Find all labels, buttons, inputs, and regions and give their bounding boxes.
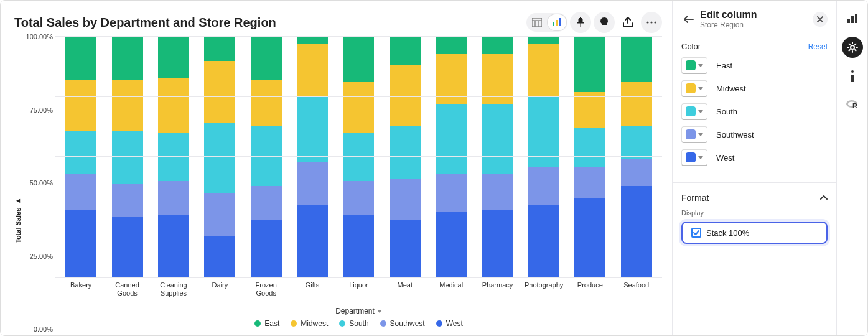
- bar-column[interactable]: [343, 37, 374, 278]
- color-picker[interactable]: [681, 80, 707, 97]
- back-button[interactable]: [681, 12, 696, 27]
- color-row: Midwest: [681, 80, 828, 97]
- bar-segment: [158, 37, 189, 78]
- insight-button[interactable]: [594, 12, 615, 33]
- bar-segment: [343, 133, 374, 181]
- bar-segment: [204, 61, 235, 123]
- y-tick: 100.00%: [26, 33, 53, 40]
- legend-swatch: [291, 320, 297, 327]
- bar-segment: [204, 236, 235, 278]
- bar-column[interactable]: [65, 37, 96, 278]
- panel-subtitle: Store Region: [700, 21, 813, 29]
- bar-segment: [436, 37, 467, 54]
- color-swatch: [686, 106, 696, 116]
- chevron-down-icon: [377, 310, 382, 313]
- bar-column[interactable]: [251, 37, 282, 278]
- grid-line: [55, 277, 662, 278]
- color-row: West: [681, 149, 828, 166]
- legend-item[interactable]: Southwest: [380, 319, 425, 328]
- svg-rect-6: [559, 18, 561, 26]
- main-panel: Total Sales by Department and Store Regi…: [1, 1, 672, 335]
- bar-column[interactable]: [574, 37, 605, 278]
- y-tick: 50.00%: [30, 179, 53, 187]
- format-header[interactable]: Format: [681, 183, 828, 203]
- bar-segment: [528, 44, 559, 97]
- bar-column[interactable]: [112, 37, 143, 278]
- x-axis-label[interactable]: Department: [55, 298, 662, 319]
- color-row: Southwest: [681, 126, 828, 143]
- svg-rect-10: [847, 19, 850, 23]
- info-icon: [850, 70, 855, 82]
- x-tick-label: Photography: [525, 281, 563, 299]
- bar-segment: [436, 174, 467, 212]
- gear-icon: [847, 42, 858, 53]
- bar-segment: [65, 37, 96, 80]
- legend-label: South: [349, 319, 368, 328]
- chart-area: Total Sales ▸ 0.00%25.00%50.00%75.00%100…: [14, 37, 662, 329]
- rail-info-button[interactable]: [842, 65, 863, 86]
- pin-button[interactable]: [570, 12, 591, 33]
- close-button[interactable]: [813, 12, 828, 27]
- panel-title-block: Edit column Store Region: [700, 9, 813, 29]
- table-view-button[interactable]: [528, 14, 546, 30]
- bar-segment: [390, 126, 421, 179]
- bar-column[interactable]: [621, 37, 652, 278]
- svg-rect-0: [532, 18, 542, 27]
- x-tick-label: Cleaning Supplies: [154, 281, 193, 299]
- legend-item[interactable]: South: [339, 319, 368, 328]
- rail-r-button[interactable]: R: [842, 94, 863, 115]
- bar-segment: [343, 215, 374, 277]
- color-picker[interactable]: [681, 57, 707, 74]
- svg-rect-4: [553, 22, 554, 26]
- stack-100-label: Stack 100%: [706, 228, 749, 238]
- color-rows: EastMidwestSouthSouthwestWest: [681, 57, 828, 166]
- legend-swatch: [380, 320, 386, 327]
- region-name: West: [716, 153, 734, 162]
- x-tick-label: Produce: [571, 281, 609, 299]
- legend-label: Midwest: [301, 319, 328, 328]
- right-rail: R: [836, 1, 867, 335]
- bar-column[interactable]: [158, 37, 189, 278]
- bar-segment: [65, 80, 96, 131]
- bar-segment: [436, 212, 467, 277]
- rail-settings-button[interactable]: [842, 37, 863, 58]
- reset-button[interactable]: Reset: [808, 42, 828, 51]
- bar-column[interactable]: [528, 37, 559, 278]
- bar-segment: [482, 210, 513, 277]
- bar-segment: [65, 174, 96, 210]
- legend-item[interactable]: East: [254, 319, 279, 328]
- y-axis-label-text: Total Sales: [14, 208, 22, 243]
- color-picker[interactable]: [681, 149, 707, 166]
- chart-view-button[interactable]: [548, 14, 566, 30]
- bar-segment: [204, 123, 235, 193]
- bar-column[interactable]: [482, 37, 513, 278]
- display-label: Display: [681, 209, 828, 217]
- chevron-down-icon: [698, 87, 703, 90]
- bar-column[interactable]: [297, 37, 328, 278]
- color-picker[interactable]: [681, 126, 707, 143]
- chevron-down-icon: [698, 133, 703, 136]
- bar-segment: [65, 210, 96, 277]
- bar-segment: [343, 37, 374, 82]
- region-name: East: [716, 61, 732, 70]
- bar-column[interactable]: [436, 37, 467, 278]
- bars-container: [55, 37, 662, 278]
- bar-column[interactable]: [390, 37, 421, 278]
- legend-item[interactable]: Midwest: [291, 319, 328, 328]
- bar-segment: [343, 181, 374, 215]
- color-picker[interactable]: [681, 103, 707, 120]
- color-row: East: [681, 57, 828, 74]
- grid-line: [55, 96, 662, 97]
- rail-chart-button[interactable]: [842, 8, 863, 29]
- export-button[interactable]: [617, 12, 638, 33]
- more-button[interactable]: [641, 12, 662, 33]
- stack-100-checkbox[interactable]: Stack 100%: [681, 222, 828, 244]
- legend-item[interactable]: West: [436, 319, 463, 328]
- y-axis-label: Total Sales ▸: [14, 37, 22, 329]
- chevron-down-icon: [698, 110, 703, 113]
- svg-point-7: [646, 21, 648, 23]
- x-axis-label-text: Department: [335, 307, 375, 315]
- bar-segment: [251, 37, 282, 80]
- bar-column[interactable]: [204, 37, 235, 278]
- bar-segment: [621, 186, 652, 278]
